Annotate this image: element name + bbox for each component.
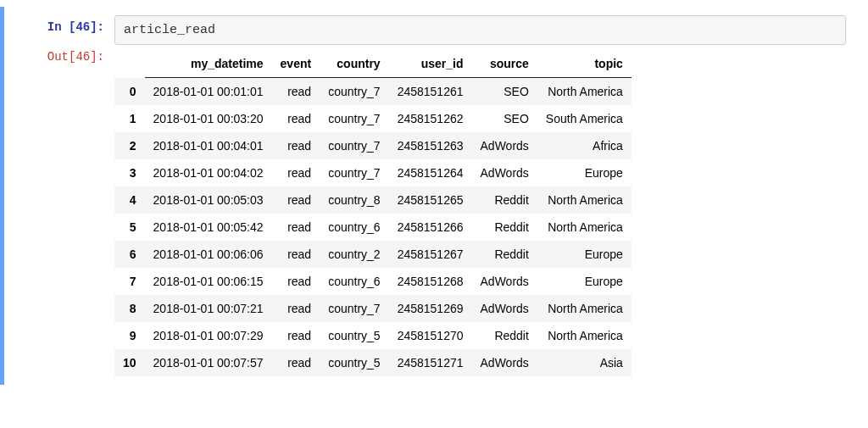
cell-country: country_7 (320, 105, 388, 132)
input-row: In [46]: article_read (4, 15, 854, 45)
cell-event: read (272, 159, 320, 186)
cell-user_id: 2458151267 (389, 241, 472, 268)
cell-topic: Europe (537, 268, 632, 295)
output-area: my_datetime event country user_id source… (114, 45, 854, 376)
input-prompt: In [46]: (4, 15, 114, 39)
table-row: 12018-01-01 00:03:20readcountry_72458151… (114, 105, 632, 132)
cell-country: country_2 (320, 241, 388, 268)
cell-topic: North America (537, 78, 632, 106)
cell-topic: Europe (537, 159, 632, 186)
cell-event: read (272, 349, 320, 376)
cell-user_id: 2458151264 (389, 159, 472, 186)
row-index: 2 (114, 132, 145, 159)
cell-source: Reddit (472, 241, 537, 268)
output-row: Out[46]: my_datetime event country user_… (4, 45, 854, 376)
cell-event: read (272, 268, 320, 295)
table-row: 52018-01-01 00:05:42readcountry_62458151… (114, 214, 632, 241)
col-header: user_id (389, 50, 472, 78)
table-row: 102018-01-01 00:07:57readcountry_5245815… (114, 349, 632, 376)
cell-user_id: 2458151262 (389, 105, 472, 132)
cell-my_datetime: 2018-01-01 00:07:29 (145, 322, 272, 349)
table-row: 02018-01-01 00:01:01readcountry_72458151… (114, 78, 632, 106)
cell-event: read (272, 241, 320, 268)
table-row: 32018-01-01 00:04:02readcountry_72458151… (114, 159, 632, 186)
dataframe-table: my_datetime event country user_id source… (114, 50, 632, 376)
cell-topic: North America (537, 214, 632, 241)
row-index: 3 (114, 159, 145, 186)
col-header: source (472, 50, 537, 78)
cell-country: country_8 (320, 186, 388, 214)
cell-event: read (272, 214, 320, 241)
table-row: 42018-01-01 00:05:03readcountry_82458151… (114, 186, 632, 214)
table-row: 22018-01-01 00:04:01readcountry_72458151… (114, 132, 632, 159)
cell-source: AdWords (472, 295, 537, 322)
index-header (114, 50, 145, 78)
cell-user_id: 2458151271 (389, 349, 472, 376)
row-index: 0 (114, 78, 145, 106)
cell-topic: Africa (537, 132, 632, 159)
cell-topic: Europe (537, 241, 632, 268)
cell-source: Reddit (472, 186, 537, 214)
cell-user_id: 2458151269 (389, 295, 472, 322)
cell-country: country_6 (320, 268, 388, 295)
cell-my_datetime: 2018-01-01 00:06:15 (145, 268, 272, 295)
cell-country: country_6 (320, 214, 388, 241)
row-index: 9 (114, 322, 145, 349)
cell-my_datetime: 2018-01-01 00:04:02 (145, 159, 272, 186)
cell-topic: South America (537, 105, 632, 132)
row-index: 8 (114, 295, 145, 322)
cell-topic: North America (537, 322, 632, 349)
cell-event: read (272, 78, 320, 106)
cell-source: SEO (472, 105, 537, 132)
cell-country: country_5 (320, 349, 388, 376)
cell-my_datetime: 2018-01-01 00:03:20 (145, 105, 272, 132)
cell-my_datetime: 2018-01-01 00:05:03 (145, 186, 272, 214)
code-input[interactable]: article_read (114, 15, 846, 45)
notebook-cell: In [46]: article_read Out[46]: my_dateti… (0, 7, 868, 385)
cell-country: country_5 (320, 322, 388, 349)
cell-event: read (272, 322, 320, 349)
cell-source: AdWords (472, 159, 537, 186)
cell-my_datetime: 2018-01-01 00:05:42 (145, 214, 272, 241)
table-row: 92018-01-01 00:07:29readcountry_52458151… (114, 322, 632, 349)
cell-country: country_7 (320, 295, 388, 322)
cell-source: Reddit (472, 214, 537, 241)
row-index: 6 (114, 241, 145, 268)
col-header: my_datetime (145, 50, 272, 78)
row-index: 1 (114, 105, 145, 132)
cell-event: read (272, 132, 320, 159)
cell-my_datetime: 2018-01-01 00:07:57 (145, 349, 272, 376)
cell-source: AdWords (472, 268, 537, 295)
cell-source: SEO (472, 78, 537, 106)
cell-topic: North America (537, 186, 632, 214)
table-row: 82018-01-01 00:07:21readcountry_72458151… (114, 295, 632, 322)
col-header: country (320, 50, 388, 78)
row-index: 7 (114, 268, 145, 295)
cell-user_id: 2458151265 (389, 186, 472, 214)
output-prompt: Out[46]: (4, 45, 114, 69)
cell-my_datetime: 2018-01-01 00:01:01 (145, 78, 272, 106)
cell-topic: Asia (537, 349, 632, 376)
cell-user_id: 2458151268 (389, 268, 472, 295)
cell-user_id: 2458151270 (389, 322, 472, 349)
cell-country: country_7 (320, 132, 388, 159)
cell-event: read (272, 186, 320, 214)
cell-source: Reddit (472, 322, 537, 349)
table-row: 72018-01-01 00:06:15readcountry_62458151… (114, 268, 632, 295)
cell-country: country_7 (320, 159, 388, 186)
cell-my_datetime: 2018-01-01 00:06:06 (145, 241, 272, 268)
cell-source: AdWords (472, 132, 537, 159)
table-row: 62018-01-01 00:06:06readcountry_22458151… (114, 241, 632, 268)
col-header: event (272, 50, 320, 78)
row-index: 10 (114, 349, 145, 376)
cell-user_id: 2458151261 (389, 78, 472, 106)
cell-my_datetime: 2018-01-01 00:07:21 (145, 295, 272, 322)
cell-topic: North America (537, 295, 632, 322)
cell-source: AdWords (472, 349, 537, 376)
cell-event: read (272, 105, 320, 132)
row-index: 5 (114, 214, 145, 241)
cell-country: country_7 (320, 78, 388, 106)
cell-my_datetime: 2018-01-01 00:04:01 (145, 132, 272, 159)
cell-event: read (272, 295, 320, 322)
cell-user_id: 2458151266 (389, 214, 472, 241)
